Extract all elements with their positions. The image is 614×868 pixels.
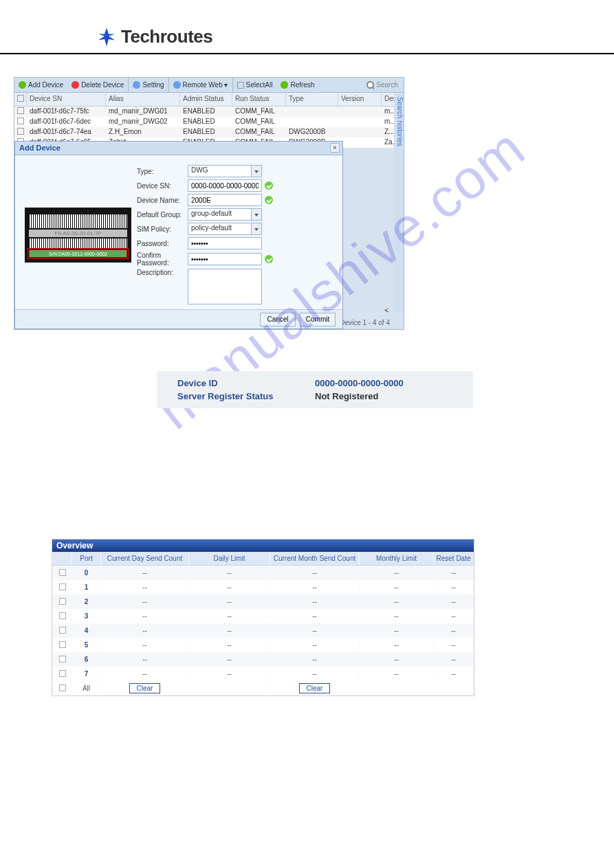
cell-run: COMM_FAIL bbox=[232, 107, 286, 117]
cell-port: 4 bbox=[72, 627, 100, 634]
cell-reset: -- bbox=[433, 598, 473, 605]
device-manager-window: Add Device Delete Device Setting Remote … bbox=[14, 77, 404, 330]
col-alias[interactable]: Alias bbox=[106, 93, 180, 106]
type-select[interactable]: DWG bbox=[188, 165, 262, 177]
add-device-button[interactable]: Add Device bbox=[14, 78, 67, 92]
overview-row: 7---------- bbox=[52, 667, 474, 681]
cell-type bbox=[286, 107, 338, 117]
cell-port: 1 bbox=[72, 583, 100, 591]
cell-dlim: -- bbox=[188, 569, 270, 577]
header-checkbox[interactable] bbox=[17, 95, 24, 102]
row-checkbox[interactable] bbox=[59, 627, 66, 634]
refresh-button[interactable]: Refresh bbox=[276, 78, 318, 92]
row-checkbox[interactable] bbox=[59, 612, 66, 619]
cell-admin: ENABLED bbox=[180, 117, 232, 127]
device-sn-input[interactable] bbox=[188, 179, 262, 192]
lab-desc: Description: bbox=[137, 269, 188, 276]
lab-cpwd: Confirm Password: bbox=[137, 252, 188, 267]
device-id-label: Device ID bbox=[177, 378, 315, 388]
cell-port: 7 bbox=[72, 670, 100, 678]
cell-day: -- bbox=[100, 670, 188, 678]
lab-type: Type: bbox=[137, 168, 188, 175]
row-checkbox[interactable] bbox=[59, 641, 66, 648]
check-icon bbox=[265, 255, 273, 263]
password-input[interactable] bbox=[188, 237, 262, 249]
lab-sn: Device SN: bbox=[137, 182, 188, 190]
device-label-image: F8-A0-30-20-01-7F S/N:DA00-0012-0900-000… bbox=[25, 208, 131, 263]
barcode-icon bbox=[29, 238, 127, 248]
cell-day: -- bbox=[100, 583, 188, 591]
all-checkbox[interactable] bbox=[59, 685, 66, 691]
description-textarea[interactable] bbox=[188, 269, 262, 304]
setting-button[interactable]: Setting bbox=[129, 78, 168, 92]
cell-reset: -- bbox=[433, 641, 473, 649]
row-checkbox[interactable] bbox=[17, 118, 24, 124]
select-all-button[interactable]: SelectAll bbox=[233, 78, 277, 92]
cell-mon: -- bbox=[270, 656, 359, 663]
col-admin-status[interactable]: Admin Status bbox=[180, 93, 232, 106]
confirm-password-input[interactable] bbox=[188, 253, 262, 265]
col-port: Port bbox=[72, 552, 100, 565]
checkbox-icon bbox=[237, 82, 244, 89]
row-checkbox[interactable] bbox=[59, 656, 66, 663]
cell-sn: daff-001f-d6c7-74ea bbox=[27, 127, 106, 137]
col-version[interactable]: Version bbox=[338, 93, 382, 106]
search-area[interactable]: Search bbox=[366, 81, 404, 89]
cell-day: -- bbox=[100, 612, 188, 620]
close-icon[interactable]: × bbox=[330, 143, 340, 153]
row-checkbox[interactable] bbox=[59, 670, 66, 677]
barcode-line1: F8-A0-30-20-01-7F bbox=[29, 230, 127, 237]
cell-mlim: -- bbox=[359, 598, 433, 605]
register-info-box: Device ID 0000-0000-0000-0000 Server Reg… bbox=[157, 371, 473, 408]
cell-dlim: -- bbox=[188, 670, 270, 678]
clear-month-button[interactable]: Clear bbox=[299, 683, 331, 693]
commit-button[interactable]: Commit bbox=[300, 313, 336, 326]
default-group-select[interactable]: group-default bbox=[188, 208, 262, 221]
cell-mlim: -- bbox=[359, 641, 433, 649]
grid-header: Device SN Alias Admin Status Run Status … bbox=[14, 93, 404, 107]
lab-sim: SIM Policy: bbox=[137, 225, 188, 233]
col-device-sn[interactable]: Device SN bbox=[27, 93, 106, 106]
cell-reset: -- bbox=[433, 627, 473, 634]
cell-port: 3 bbox=[72, 612, 100, 620]
lab-pwd: Password: bbox=[137, 240, 188, 247]
grid-row[interactable]: daff-001f-d6c7-74eaZ.H_EmonENABLEDCOMM_F… bbox=[14, 127, 404, 137]
grid-row[interactable]: daff-001f-d6c7-75fcmd_manir_DWG01ENABLED… bbox=[14, 107, 404, 117]
cell-mlim: -- bbox=[359, 583, 433, 591]
row-checkbox[interactable] bbox=[17, 128, 24, 135]
sim-policy-select[interactable]: policy-default bbox=[188, 223, 262, 235]
overview-row: 4---------- bbox=[52, 623, 474, 638]
search-icon bbox=[366, 81, 374, 89]
cell-ver bbox=[338, 117, 382, 127]
cell-dlim: -- bbox=[188, 612, 270, 620]
col-type[interactable]: Type bbox=[286, 93, 338, 106]
cell-mon: -- bbox=[270, 612, 359, 620]
cell-alias: Z.H_Emon bbox=[106, 127, 180, 137]
search-histories-tab[interactable]: Search histories bbox=[394, 93, 404, 313]
remote-web-button[interactable]: Remote Web ▾ bbox=[169, 78, 232, 92]
col-run-status[interactable]: Run Status bbox=[232, 93, 286, 106]
delete-device-button[interactable]: Delete Device bbox=[67, 78, 128, 92]
cell-day: -- bbox=[100, 627, 188, 634]
row-checkbox[interactable] bbox=[59, 583, 66, 590]
pager-arrow[interactable]: < bbox=[384, 307, 388, 314]
cell-reset: -- bbox=[433, 656, 473, 663]
cell-port: 0 bbox=[72, 569, 100, 577]
all-label: All bbox=[72, 685, 100, 692]
cell-run: COMM_FAIL bbox=[232, 127, 286, 137]
overview-all-row: All Clear Clear bbox=[52, 681, 474, 695]
clear-day-button[interactable]: Clear bbox=[129, 683, 161, 693]
row-checkbox[interactable] bbox=[17, 107, 24, 114]
cell-port: 5 bbox=[72, 641, 100, 649]
row-checkbox[interactable] bbox=[59, 569, 66, 576]
col-reset-date: Reset Date bbox=[433, 552, 473, 565]
row-checkbox[interactable] bbox=[59, 598, 66, 605]
overview-row: 5---------- bbox=[52, 638, 474, 652]
device-name-input[interactable] bbox=[188, 194, 262, 206]
grid-row[interactable]: daff-001f-d6c7-6decmd_manir_DWG02ENABLED… bbox=[14, 117, 404, 127]
cancel-button[interactable]: Cancel bbox=[260, 313, 296, 326]
col-monthly-limit: Monthly Limit bbox=[359, 552, 433, 565]
cell-type: DWG2000B bbox=[286, 127, 338, 137]
cell-mlim: -- bbox=[359, 670, 433, 678]
cell-admin: ENABLED bbox=[180, 127, 232, 137]
